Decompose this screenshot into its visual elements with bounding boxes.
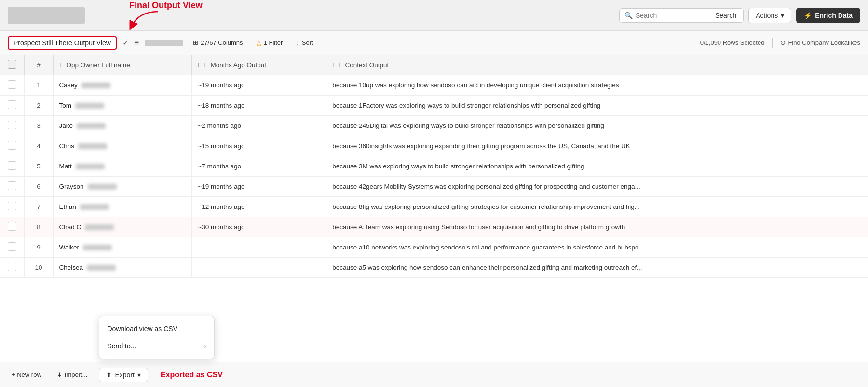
- export-upload-icon: ⬆: [106, 371, 112, 379]
- owner-name: Chelsea: [59, 264, 83, 271]
- row-months-ago: ~19 months ago: [192, 177, 326, 197]
- row-context: because 245Digital was exploring ways to…: [326, 116, 868, 136]
- owner-surname-blurred: [77, 123, 106, 129]
- columns-label: 27/67 Columns: [201, 39, 243, 46]
- owner-name: Chris: [59, 142, 75, 150]
- row-checkbox-cell: [0, 258, 24, 278]
- row-checkbox[interactable]: [8, 121, 16, 129]
- owner-name: Walker: [59, 244, 80, 251]
- send-to-chevron-icon: ›: [204, 342, 207, 350]
- new-row-button[interactable]: + New row: [8, 369, 45, 380]
- send-to-label: Send to...: [107, 342, 136, 350]
- row-checkbox[interactable]: [8, 202, 16, 210]
- row-months-ago: ~30 months ago: [192, 217, 326, 237]
- toolbar-right: 🔍 Search Actions ▾ ⚡ Enrich Data: [619, 8, 860, 23]
- row-opp-owner: Grayson: [53, 177, 192, 197]
- breadcrumb-placeholder: [145, 40, 183, 46]
- row-months-ago: ~2 months ago: [192, 116, 326, 136]
- row-checkbox[interactable]: [8, 263, 16, 271]
- owner-name: Chad C: [59, 223, 81, 231]
- sub-toolbar-left: Prospect Still There Output View ✓ ≡ ⊞ 2…: [8, 36, 317, 50]
- list-icon: ≡: [135, 39, 139, 47]
- search-button[interactable]: Search: [708, 9, 743, 22]
- sub-toolbar-right: 0/1,090 Rows Selected ⊙ Find Company Loo…: [700, 38, 860, 48]
- row-number: 3: [24, 116, 53, 136]
- sort-icon: ↕: [296, 39, 299, 46]
- header-months-ago: f T Months Ago Output: [192, 55, 326, 75]
- row-number: 7: [24, 197, 53, 217]
- enrich-label: Enrich Data: [815, 12, 853, 19]
- sort-label: Sort: [302, 39, 313, 46]
- owner-name: Tom: [59, 102, 72, 109]
- rows-selected-label: 0/1,090 Rows Selected: [700, 39, 765, 46]
- col-type-icon-t2: T: [203, 62, 206, 69]
- table-row: 1Casey~19 months agobecause 10up was exp…: [0, 75, 868, 96]
- actions-button[interactable]: Actions ▾: [748, 8, 791, 23]
- find-lookalikes-button[interactable]: ⊙ Find Company Lookalikes: [780, 39, 860, 46]
- row-opp-owner: Chelsea: [53, 258, 192, 278]
- row-checkbox[interactable]: [8, 181, 16, 190]
- row-checkbox-cell: [0, 237, 24, 258]
- table-header-row: # T Opp Owner Full name f T Months Ago O…: [0, 55, 868, 75]
- row-checkbox[interactable]: [8, 222, 16, 231]
- owner-surname-blurred: [75, 103, 104, 109]
- owner-name: Ethan: [59, 203, 76, 210]
- owner-name: Jake: [59, 122, 73, 129]
- row-months-ago: ~18 months ago: [192, 96, 326, 116]
- enrich-data-button[interactable]: ⚡ Enrich Data: [796, 8, 860, 23]
- row-months-ago: ~15 months ago: [192, 136, 326, 156]
- columns-icon: ⊞: [193, 39, 198, 46]
- row-context: because a10 networks was exploring sendo…: [326, 237, 868, 258]
- row-checkbox[interactable]: [8, 141, 16, 150]
- table-row: 8Chad C~30 months agobecause A.Team was …: [0, 217, 868, 237]
- enrich-icon: ⚡: [804, 12, 812, 19]
- actions-label: Actions: [756, 12, 778, 19]
- owner-surname-blurred: [78, 143, 107, 149]
- filter-button[interactable]: △ 1 Filter: [253, 37, 287, 48]
- table-row: 7Ethan~12 months agobecause 8fig was exp…: [0, 197, 868, 217]
- table-row: 9Walkerbecause a10 networks was explorin…: [0, 237, 868, 258]
- data-table: # T Opp Owner Full name f T Months Ago O…: [0, 55, 868, 278]
- row-opp-owner: Walker: [53, 237, 192, 258]
- header-checkbox-cell: [0, 55, 24, 75]
- row-checkbox[interactable]: [8, 100, 16, 109]
- table-row: 2Tom~18 months agobecause 1Factory was e…: [0, 96, 868, 116]
- row-checkbox[interactable]: [8, 242, 16, 251]
- export-label: Export: [115, 371, 134, 379]
- check-icon: ✓: [122, 38, 129, 47]
- table-row: 6Grayson~19 months agobecause 42gears Mo…: [0, 177, 868, 197]
- annotation-label: Final Output View: [129, 0, 203, 11]
- row-context: because 42gears Mobility Systems was exp…: [326, 177, 868, 197]
- export-annotation-label: Exported as CSV: [161, 371, 223, 379]
- import-icon: ⬇: [57, 371, 62, 378]
- row-checkbox-cell: [0, 136, 24, 156]
- row-context: because 360insights was exploring expand…: [326, 136, 868, 156]
- row-opp-owner: Tom: [53, 96, 192, 116]
- search-input[interactable]: [636, 12, 703, 19]
- columns-button[interactable]: ⊞ 27/67 Columns: [189, 37, 246, 48]
- row-opp-owner: Casey: [53, 75, 192, 96]
- header-opp-owner: T Opp Owner Full name: [53, 55, 192, 75]
- lookalikes-label: Find Company Lookalikes: [788, 39, 860, 46]
- header-checkbox[interactable]: [8, 60, 16, 69]
- row-checkbox[interactable]: [8, 161, 16, 170]
- divider: [772, 38, 773, 48]
- send-to-item[interactable]: Send to... ›: [99, 337, 214, 355]
- owner-surname-blurred: [81, 83, 110, 88]
- sort-button[interactable]: ↕ Sort: [292, 37, 317, 48]
- row-checkbox[interactable]: [8, 80, 16, 89]
- import-button[interactable]: ⬇ Import...: [53, 369, 92, 380]
- bottom-toolbar: + New row ⬇ Import... Download view as C…: [0, 362, 868, 387]
- col-type-icon-t: T: [59, 62, 63, 69]
- row-checkbox-cell: [0, 96, 24, 116]
- row-months-ago: [192, 258, 326, 278]
- table-row: 3Jake~2 months agobecause 245Digital was…: [0, 116, 868, 136]
- export-button[interactable]: ⬆ Export ▾: [99, 368, 148, 382]
- row-number: 4: [24, 136, 53, 156]
- header-row-num: #: [24, 55, 53, 75]
- download-csv-item[interactable]: Download view as CSV: [99, 320, 214, 337]
- row-context: because a5 was exploring how sendoso can…: [326, 258, 868, 278]
- top-toolbar: Final Output View 🔍: [0, 0, 868, 31]
- row-number: 5: [24, 156, 53, 177]
- owner-name: Casey: [59, 82, 78, 89]
